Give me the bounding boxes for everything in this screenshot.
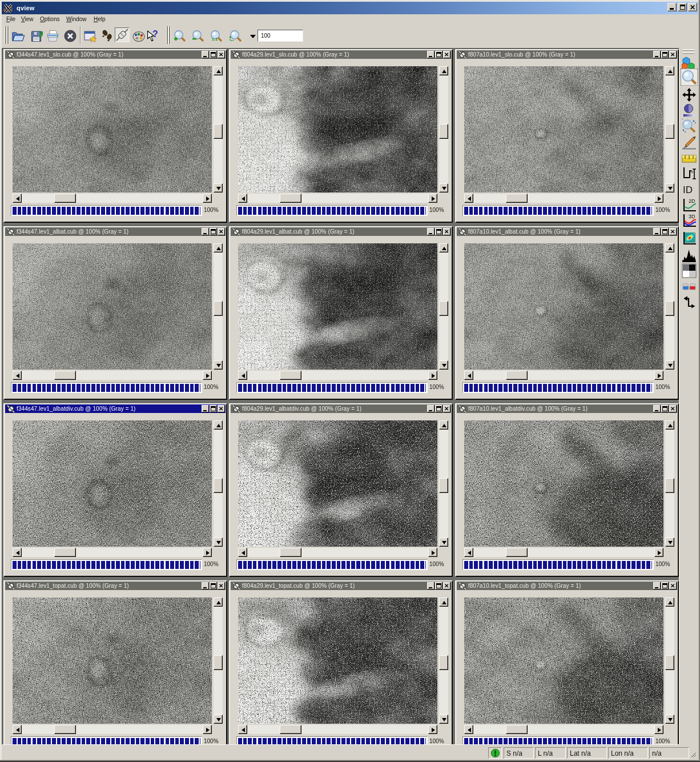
svg-text:ID: ID <box>683 185 693 195</box>
svg-text:h: h <box>691 169 693 174</box>
svg-text:?: ? <box>152 29 158 39</box>
svg-text:3D: 3D <box>689 214 695 219</box>
svg-text:2D: 2D <box>689 198 695 204</box>
svg-text:1:1: 1:1 <box>212 37 218 41</box>
